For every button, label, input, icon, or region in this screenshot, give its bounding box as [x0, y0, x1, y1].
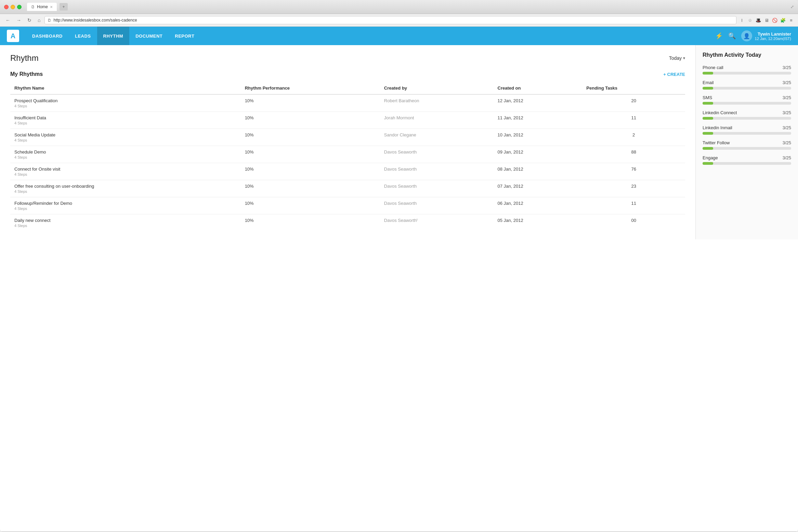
- activity-name: SMS: [703, 95, 712, 100]
- progress-bar-bg: [703, 87, 791, 90]
- cell-pending: 11: [582, 197, 685, 214]
- progress-bar-bg: [703, 72, 791, 75]
- reload-button[interactable]: ↻: [25, 16, 34, 24]
- table-row[interactable]: Followup/Reminder for Demo 4 Steps 10% D…: [10, 197, 685, 214]
- new-tab-button[interactable]: +: [60, 3, 68, 11]
- cell-created-on: 06 Jan, 2012: [494, 197, 583, 214]
- section-header: My Rhythms + CREATE: [10, 71, 685, 77]
- rhythm-name: Social Media Update: [14, 132, 237, 137]
- table-row[interactable]: Prospect Qualification 4 Steps 10% Rober…: [10, 94, 685, 112]
- browser-tab[interactable]: 🗋 Home ✕: [27, 3, 57, 11]
- table-row[interactable]: Schedule Demo 4 Steps 10% Davos Seaworth…: [10, 146, 685, 163]
- search-icon[interactable]: 🔍: [728, 32, 736, 40]
- bookmark-icon[interactable]: ☆: [747, 17, 754, 24]
- minimize-button[interactable]: [11, 5, 15, 9]
- progress-bar-fill: [703, 117, 713, 120]
- cell-performance: 10%: [241, 163, 380, 180]
- progress-bar-fill: [703, 132, 713, 135]
- cell-created-on: 12 Jan, 2012: [494, 94, 583, 112]
- rhythm-steps: 4 Steps: [14, 224, 237, 228]
- cell-created-by: Robert Baratheon: [380, 94, 494, 112]
- activity-row: Twitter Follow 3/25: [703, 140, 791, 145]
- browser-actions: I ☆ 🎩 🖥 🚫 🧩 ≡: [738, 17, 795, 24]
- activity-count: 3/25: [783, 65, 791, 70]
- cell-name: Prospect Qualification 4 Steps: [10, 94, 241, 112]
- tab-title: Home: [37, 4, 48, 9]
- cell-created-on: 11 Jan, 2012: [494, 112, 583, 129]
- rhythm-steps: 4 Steps: [14, 121, 237, 125]
- table-row[interactable]: Connect for Onsite visit 4 Steps 10% Dav…: [10, 163, 685, 180]
- lightning-icon[interactable]: ⚡: [715, 32, 723, 40]
- nav-item-leads[interactable]: LEADS: [69, 27, 97, 45]
- activity-row: Engage 3/25: [703, 155, 791, 160]
- date-filter-label: Today: [669, 55, 682, 61]
- activity-name: Engage: [703, 155, 718, 160]
- browser-titlebar: 🗋 Home ✕ + ⤢: [0, 0, 798, 14]
- progress-bar-fill: [703, 147, 713, 150]
- table-row[interactable]: Daily new connect 4 Steps 10% Davos Seaw…: [10, 214, 685, 231]
- app-logo[interactable]: A: [7, 30, 19, 42]
- user-avatar: 👤: [741, 30, 752, 41]
- activity-row: Email 3/25: [703, 80, 791, 85]
- activity-item: Email 3/25: [703, 80, 791, 90]
- maximize-button[interactable]: [17, 5, 22, 9]
- nav-item-document[interactable]: DOCUMENT: [129, 27, 169, 45]
- progress-bar-fill: [703, 87, 713, 90]
- nav-item-dashboard[interactable]: DASHBOARD: [26, 27, 69, 45]
- sidebar-title: Rhythm Activity Today: [703, 52, 791, 58]
- rhythm-steps: 4 Steps: [14, 138, 237, 142]
- extension3-icon: 🚫: [771, 17, 778, 24]
- cell-performance: 10%: [241, 129, 380, 146]
- activity-name: Phone call: [703, 65, 723, 70]
- col-created-on: Created on: [494, 82, 583, 94]
- activity-count: 3/25: [783, 140, 791, 145]
- cell-created-on: 07 Jan, 2012: [494, 180, 583, 197]
- activity-name: Twitter Follow: [703, 140, 730, 145]
- menu-icon[interactable]: ≡: [788, 17, 795, 24]
- create-button[interactable]: + CREATE: [663, 72, 685, 77]
- progress-bar-bg: [703, 117, 791, 120]
- table-row[interactable]: Offer free consulting on user-onboarding…: [10, 180, 685, 197]
- activity-item: Twitter Follow 3/25: [703, 140, 791, 150]
- extension2-icon: 🖥: [763, 17, 770, 24]
- activity-count: 3/25: [783, 110, 791, 115]
- cell-name: Social Media Update 4 Steps: [10, 129, 241, 146]
- activity-name: Linkedin Connect: [703, 110, 737, 115]
- nav-item-report[interactable]: REPORT: [169, 27, 200, 45]
- rhythm-name: Prospect Qualification: [14, 98, 237, 103]
- cell-name: Schedule Demo 4 Steps: [10, 146, 241, 163]
- activity-item: Linkedin Connect 3/25: [703, 110, 791, 120]
- logo-icon: A: [11, 32, 15, 40]
- rhythm-steps: 4 Steps: [14, 189, 237, 194]
- progress-bar-bg: [703, 147, 791, 150]
- cell-name: Daily new connect 4 Steps: [10, 214, 241, 231]
- date-filter[interactable]: Today ▾: [669, 55, 685, 61]
- cell-name: Insufficient Data 4 Steps: [10, 112, 241, 129]
- user-name: Tywin Lannister: [755, 31, 791, 37]
- activity-name: Email: [703, 80, 714, 85]
- activity-row: Linkedin Inmail 3/25: [703, 125, 791, 130]
- cell-created-on: 08 Jan, 2012: [494, 163, 583, 180]
- sidebar: Rhythm Activity Today Phone call 3/25 Em…: [695, 45, 798, 239]
- forward-button[interactable]: →: [14, 16, 23, 24]
- rhythm-table: Rhythm Name Rhythm Performance Created b…: [10, 82, 685, 231]
- cell-pending: 23: [582, 180, 685, 197]
- table-row[interactable]: Insufficient Data 4 Steps 10% Jorah Morm…: [10, 112, 685, 129]
- activity-item: SMS 3/25: [703, 95, 791, 105]
- table-row[interactable]: Social Media Update 4 Steps 10% Sandor C…: [10, 129, 685, 146]
- close-button[interactable]: [4, 5, 9, 9]
- activity-count: 3/25: [783, 125, 791, 130]
- activity-item: Engage 3/25: [703, 155, 791, 165]
- cell-name: Offer free consulting on user-onboarding…: [10, 180, 241, 197]
- activity-list: Phone call 3/25 Email 3/25 SMS 3/25 Link…: [703, 65, 791, 165]
- nav-item-rhythm[interactable]: RHYTHM: [97, 27, 130, 45]
- tab-close-icon[interactable]: ✕: [50, 5, 53, 9]
- user-time: 12 Jan, 12:20am(IST): [755, 37, 791, 41]
- activity-count: 3/25: [783, 80, 791, 85]
- address-bar[interactable]: 🗋 http://www.insidesalesbox.com/sales-ca…: [44, 16, 736, 24]
- page-icon-small: 🗋: [48, 18, 51, 22]
- home-button[interactable]: ⌂: [36, 16, 42, 24]
- cell-name: Connect for Onsite visit 4 Steps: [10, 163, 241, 180]
- back-button[interactable]: ←: [3, 16, 12, 24]
- section-title: My Rhythms: [10, 71, 43, 77]
